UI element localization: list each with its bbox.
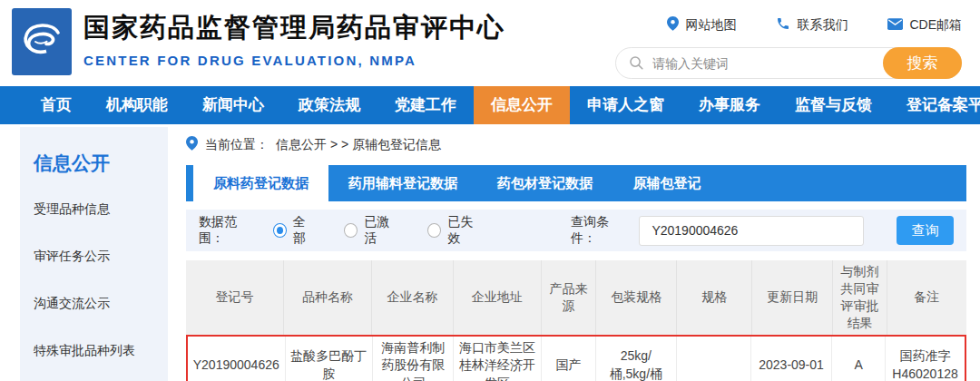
content-area: 信息公开 受理品种信息 审评任务公示 沟通交流公示 特殊审批品种列表 优先审评公…: [0, 124, 980, 381]
sidebar: 信息公开 受理品种信息 审评任务公示 沟通交流公示 特殊审批品种列表 优先审评公…: [20, 127, 168, 381]
col-joint-review-result: 与制剂共同审评审批结果: [833, 260, 887, 335]
nav-item-home[interactable]: 首页: [24, 86, 89, 124]
radio-all-control[interactable]: [273, 223, 287, 238]
main-panel: 当前位置： 信息公开 > > 原辅包登记信息 原料药登记数据 药用辅料登记数据 …: [186, 124, 966, 381]
radio-expired[interactable]: 已失效: [427, 214, 484, 247]
breadcrumb-label: 当前位置：: [205, 137, 269, 153]
results-table: 登记号 品种名称 企业名称 企业地址 产品来源 包装规格 规格 更新日期 与制剂…: [186, 260, 966, 381]
data-tabs: 原料药登记数据 药用辅料登记数据 药包材登记数据 原辅包登记: [186, 165, 966, 201]
table-header-row: 登记号 品种名称 企业名称 企业地址 产品来源 包装规格 规格 更新日期 与制剂…: [186, 260, 966, 335]
results-table-header: 登记号 品种名称 企业名称 企业地址 产品来源 包装规格 规格 更新日期 与制剂…: [186, 260, 966, 335]
filter-bar: 数据范围： 全部 已激活 已失效 查询条件： 查询: [186, 210, 966, 251]
col-company-name: 企业名称: [372, 260, 453, 335]
col-company-address: 企业地址: [453, 260, 541, 335]
nav-item-party[interactable]: 党建工作: [377, 86, 474, 124]
col-packaging-spec: 包装规格: [595, 260, 676, 335]
brand-block: 国家药品监督管理局药品审评中心 CENTER FOR DRUG EVALUATI…: [83, 10, 505, 68]
col-remarks: 备注: [887, 260, 966, 335]
cell-spec: [676, 337, 750, 381]
tab-api-registration[interactable]: 原料药登记数据: [193, 165, 328, 201]
col-spec: 规格: [677, 260, 752, 335]
header-quick-links: 网站地图 联系我们 CDE邮箱: [667, 16, 962, 34]
magnifier-icon: [629, 55, 644, 74]
cell-update-date: 2023-09-01: [751, 337, 832, 381]
site-subtitle: CENTER FOR DRUG EVALUATION, NMPA: [83, 53, 505, 68]
col-update-date: 更新日期: [751, 260, 832, 335]
radio-all[interactable]: 全部: [273, 214, 318, 247]
scope-radio-group: 全部 已激活 已失效: [273, 214, 484, 247]
col-product-source: 产品来源: [541, 260, 595, 335]
location-pin-icon: [186, 136, 198, 153]
cell-product-source: 国产: [541, 337, 595, 381]
sitemap-link-label: 网站地图: [685, 17, 736, 34]
contact-link[interactable]: 联系我们: [776, 16, 848, 34]
tab-apipack-registration[interactable]: 原辅包登记: [612, 165, 721, 201]
nav-item-policy[interactable]: 政策法规: [281, 86, 377, 124]
contact-link-label: 联系我们: [797, 17, 848, 34]
cell-company-name: 海南普利制药股份有限公司: [373, 337, 454, 381]
col-variety-name: 品种名称: [284, 260, 372, 335]
site-title: 国家药品监督管理局药品审评中心: [83, 10, 505, 46]
scope-label: 数据范围：: [199, 214, 260, 247]
table-row[interactable]: Y20190004626 盐酸多巴酚丁胺 海南普利制药股份有限公司 海口市美兰区…: [188, 337, 965, 381]
cell-variety-name: 盐酸多巴酚丁胺: [285, 337, 373, 381]
nav-item-news[interactable]: 新闻中心: [185, 86, 281, 124]
radio-all-label: 全部: [293, 214, 317, 247]
radio-activated-label: 已激活: [364, 214, 400, 247]
sidebar-item-communication[interactable]: 沟通交流公示: [34, 296, 159, 312]
cell-remarks: 国药准字H46020128: [886, 337, 965, 381]
sidebar-title: 信息公开: [34, 151, 159, 176]
breadcrumb-trail: 信息公开 > > 原辅包登记信息: [276, 137, 441, 153]
radio-expired-label: 已失效: [447, 214, 484, 247]
cell-registration-no: Y20190004626: [188, 337, 285, 381]
tab-packaging-registration[interactable]: 药包材登记数据: [477, 165, 612, 201]
sidebar-item-review-tasks[interactable]: 审评任务公示: [34, 249, 159, 265]
cde-logo: [12, 8, 72, 75]
nav-item-applicant-window[interactable]: 申请人之窗: [570, 86, 681, 124]
highlight-red-box: Y20190004626 盐酸多巴酚丁胺 海南普利制药股份有限公司 海口市美兰区…: [186, 335, 966, 381]
results-table-body: Y20190004626 盐酸多巴酚丁胺 海南普利制药股份有限公司 海口市美兰区…: [188, 337, 965, 381]
location-pin-icon: [667, 16, 679, 34]
sidebar-item-special-approval[interactable]: 特殊审批品种列表: [34, 343, 159, 359]
query-input[interactable]: [639, 216, 864, 246]
cell-company-address: 海口市美兰区桂林洋经济开发区: [454, 337, 542, 381]
phone-icon: [776, 16, 790, 34]
breadcrumb: 当前位置： 信息公开 > > 原辅包登记信息: [186, 136, 966, 153]
sitemap-link[interactable]: 网站地图: [667, 16, 736, 34]
nav-item-info-disclosure[interactable]: 信息公开: [474, 86, 570, 124]
radio-expired-control[interactable]: [427, 223, 441, 238]
col-registration-no: 登记号: [186, 260, 284, 335]
cell-packaging-spec: 25kg/桶,5kg/桶: [595, 337, 676, 381]
main-nav: 首页 机构职能 新闻中心 政策法规 党建工作 信息公开 申请人之窗 办事服务 监…: [0, 86, 980, 124]
cde-mail-link[interactable]: CDE邮箱: [887, 17, 962, 34]
cell-joint-review-result: A: [832, 337, 886, 381]
cde-mail-link-label: CDE邮箱: [909, 17, 962, 34]
query-button[interactable]: 查询: [897, 216, 954, 245]
radio-activated-control[interactable]: [344, 223, 358, 238]
radio-activated[interactable]: 已激活: [344, 214, 400, 247]
nav-item-functions[interactable]: 机构职能: [89, 86, 185, 124]
query-label: 查询条件：: [571, 214, 632, 247]
site-header: 国家药品监督管理局药品审评中心 CENTER FOR DRUG EVALUATI…: [0, 0, 980, 86]
sidebar-item-accepted-varieties[interactable]: 受理品种信息: [34, 201, 159, 218]
nav-item-supervision[interactable]: 监督与反馈: [778, 86, 889, 124]
nav-item-registration-platform[interactable]: 登记备案平台: [889, 86, 980, 124]
envelope-icon: [887, 18, 903, 33]
site-search-button[interactable]: 搜索: [883, 47, 962, 79]
header-search: 搜索: [615, 47, 962, 79]
tab-excipient-registration[interactable]: 药用辅料登记数据: [328, 165, 477, 201]
nav-item-services[interactable]: 办事服务: [681, 86, 778, 124]
cde-swirl-icon: [18, 19, 65, 64]
